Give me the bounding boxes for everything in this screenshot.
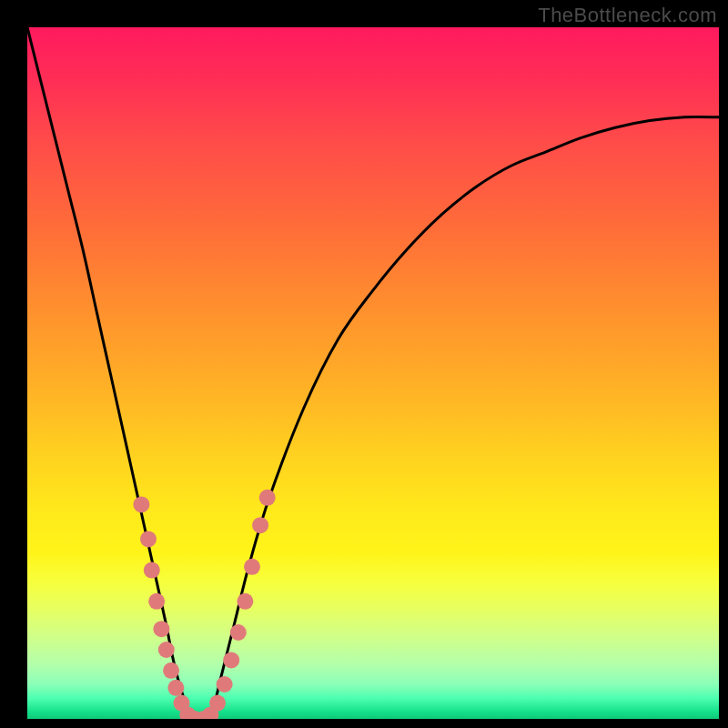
highlight-dot (209, 695, 226, 712)
highlight-dot (153, 621, 169, 637)
highlight-dot (140, 531, 157, 547)
highlight-dot (259, 490, 276, 506)
highlight-dot (133, 496, 149, 512)
bottleneck-curve (27, 27, 719, 719)
highlight-dot (167, 680, 184, 696)
curve-layer (27, 27, 719, 719)
plot-area (27, 27, 719, 719)
highlight-dots (133, 490, 275, 719)
highlight-dot (237, 593, 253, 610)
highlight-dot (144, 562, 160, 579)
highlight-dot (223, 652, 239, 668)
watermark-text: TheBottleneck.com (538, 4, 717, 27)
highlight-dot (148, 593, 165, 610)
bottleneck-curve-path (27, 27, 719, 719)
highlight-dot (163, 662, 179, 679)
highlight-dot (217, 676, 233, 693)
highlight-dot (230, 624, 247, 641)
highlight-dot (158, 642, 175, 658)
chart-frame: TheBottleneck.com (0, 0, 728, 728)
highlight-dot (244, 559, 260, 575)
highlight-dot (252, 517, 268, 533)
